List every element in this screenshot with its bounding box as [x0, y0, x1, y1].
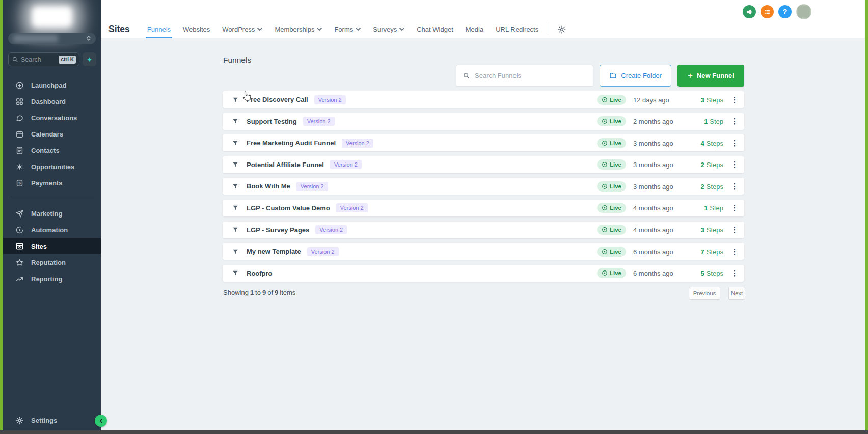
play-circle-icon: [602, 97, 608, 103]
previous-page-button[interactable]: Previous: [689, 287, 720, 300]
funnel-row[interactable]: Free Marketing Audit Funnel Version 2 Li…: [223, 134, 744, 151]
row-menu-button[interactable]: ⋮: [730, 182, 739, 191]
steps-count[interactable]: 3Steps: [671, 96, 723, 103]
tab-forms[interactable]: Forms: [334, 20, 361, 38]
search-icon: [12, 56, 18, 63]
live-label: Live: [610, 140, 621, 146]
play-circle-icon: [602, 205, 608, 211]
funnel-name[interactable]: Free Discovery Call: [247, 96, 308, 103]
funnel-name[interactable]: Roofpro: [247, 269, 273, 277]
sidebar-item-conversations[interactable]: Conversations: [3, 110, 101, 126]
steps-count[interactable]: 4Steps: [671, 139, 723, 147]
sidebar-item-reputation[interactable]: Reputation: [3, 254, 101, 270]
tab-label: WordPress: [222, 25, 255, 33]
sidebar-item-opportunities[interactable]: Opportunities: [3, 158, 101, 175]
create-folder-button[interactable]: Create Folder: [600, 65, 671, 87]
funnel-row[interactable]: Potential Affiliate Funnel Version 2 Liv…: [223, 156, 744, 173]
row-menu-button[interactable]: ⋮: [730, 268, 739, 278]
next-page-button[interactable]: Next: [728, 287, 745, 300]
funnel-row[interactable]: Roofpro Live 6 months ago 5Steps ⋮: [223, 265, 744, 282]
steps-label: Steps: [707, 96, 723, 103]
tab-funnels[interactable]: Funnels: [147, 20, 171, 38]
tab-media[interactable]: Media: [466, 20, 483, 38]
agency-logo: [32, 6, 72, 28]
announcements-button[interactable]: [743, 5, 756, 18]
sidebar-item-automation[interactable]: Automation: [3, 222, 101, 238]
help-button[interactable]: ?: [778, 5, 792, 18]
chevron-down-icon: [257, 28, 262, 31]
play-circle-icon: [602, 249, 608, 255]
steps-count[interactable]: 2Steps: [671, 182, 723, 190]
steps-label: Steps: [707, 269, 723, 277]
megaphone-icon: [746, 8, 753, 16]
steps-count[interactable]: 1Step: [671, 118, 723, 125]
gear-icon: [15, 416, 24, 425]
steps-count[interactable]: 3Steps: [671, 226, 723, 234]
steps-count[interactable]: 5Steps: [671, 269, 723, 277]
row-menu-button[interactable]: ⋮: [730, 247, 739, 256]
row-menu-button[interactable]: ⋮: [730, 139, 739, 148]
live-label: Live: [610, 227, 621, 233]
tab-surveys[interactable]: Surveys: [373, 20, 404, 38]
funnel-name[interactable]: Potential Affiliate Funnel: [247, 161, 324, 169]
row-menu-button[interactable]: ⋮: [730, 203, 739, 212]
tab-websites[interactable]: Websites: [183, 20, 210, 38]
steps-label: Steps: [707, 182, 723, 190]
tab-label: Media: [466, 25, 483, 33]
funnel-row[interactable]: Free Discovery Call Version 2 Live 12 da…: [223, 91, 744, 108]
funnel-row[interactable]: Book With Me Version 2 Live 3 months ago…: [223, 178, 744, 195]
sidebar-search-input[interactable]: [21, 56, 56, 63]
tab-chat-widget[interactable]: Chat Widget: [417, 20, 453, 38]
funnel-name[interactable]: Free Marketing Audit Funnel: [247, 139, 336, 147]
row-menu-button[interactable]: ⋮: [730, 117, 739, 126]
steps-count[interactable]: 1Step: [671, 204, 723, 212]
sidebar-item-calendars[interactable]: Calendars: [3, 126, 101, 142]
ai-assistant-button[interactable]: ✦: [83, 52, 96, 66]
play-circle-icon: [602, 118, 608, 124]
funnel-row[interactable]: LGP - Custom Value Demo Version 2 Live 4…: [223, 200, 744, 216]
funnel-row[interactable]: My new Template Version 2 Live 6 months …: [223, 243, 744, 260]
search-funnels-box[interactable]: [456, 65, 593, 87]
funnel-name[interactable]: LGP - Survey Pages: [247, 226, 309, 234]
sidebar-item-label: Launchpad: [31, 82, 66, 89]
sidebar-item-label: Payments: [31, 179, 62, 187]
tasks-list-button[interactable]: [761, 5, 774, 18]
sidebar-item-marketing[interactable]: Marketing: [3, 205, 101, 222]
steps-count[interactable]: 7Steps: [671, 248, 723, 255]
new-funnel-button[interactable]: + New Funnel: [677, 65, 744, 87]
funnel-name[interactable]: LGP - Custom Value Demo: [247, 204, 330, 212]
sidebar-collapse-button[interactable]: [95, 415, 107, 427]
tab-wordpress[interactable]: WordPress: [222, 20, 262, 38]
sidebar-search[interactable]: ctrl K: [8, 52, 79, 66]
sites-settings-button[interactable]: [557, 25, 566, 34]
user-avatar[interactable]: [796, 4, 811, 19]
sidebar-item-settings[interactable]: Settings: [3, 413, 101, 428]
play-circle-icon: [602, 227, 608, 233]
sidebar-item-reporting[interactable]: Reporting: [3, 270, 101, 287]
sidebar-item-launchpad[interactable]: Launchpad: [3, 77, 101, 93]
funnel-row[interactable]: LGP - Survey Pages Version 2 Live 4 mont…: [223, 222, 744, 238]
automation-icon: [15, 226, 24, 234]
version-badge: Version 2: [330, 160, 362, 169]
sidebar-item-label: Automation: [31, 226, 68, 234]
funnel-name[interactable]: Support Testing: [247, 118, 297, 125]
sidebar-item-contacts[interactable]: Contacts: [3, 142, 101, 158]
steps-count[interactable]: 2Steps: [671, 161, 723, 169]
funnel-name[interactable]: Book With Me: [247, 182, 290, 190]
sidebar-item-sites[interactable]: Sites: [3, 238, 101, 254]
funnel-name[interactable]: My new Template: [247, 248, 301, 255]
version-badge: Version 2: [315, 225, 347, 234]
tab-url-redirects[interactable]: URL Redirects: [496, 20, 538, 38]
search-funnels-input[interactable]: [475, 72, 587, 79]
funnel-row[interactable]: Support Testing Version 2 Live 2 months …: [223, 113, 744, 130]
account-switcher[interactable]: [8, 33, 96, 44]
tab-memberships[interactable]: Memberships: [275, 20, 322, 38]
sidebar-item-dashboard[interactable]: Dashboard: [3, 93, 101, 110]
row-menu-button[interactable]: ⋮: [730, 95, 739, 104]
create-folder-label: Create Folder: [621, 72, 661, 79]
row-menu-button[interactable]: ⋮: [730, 225, 739, 234]
live-status-badge: Live: [597, 95, 626, 105]
row-menu-button[interactable]: ⋮: [730, 160, 739, 169]
recording-border-left: [0, 0, 3, 434]
sidebar-item-payments[interactable]: $ Payments: [3, 175, 101, 191]
